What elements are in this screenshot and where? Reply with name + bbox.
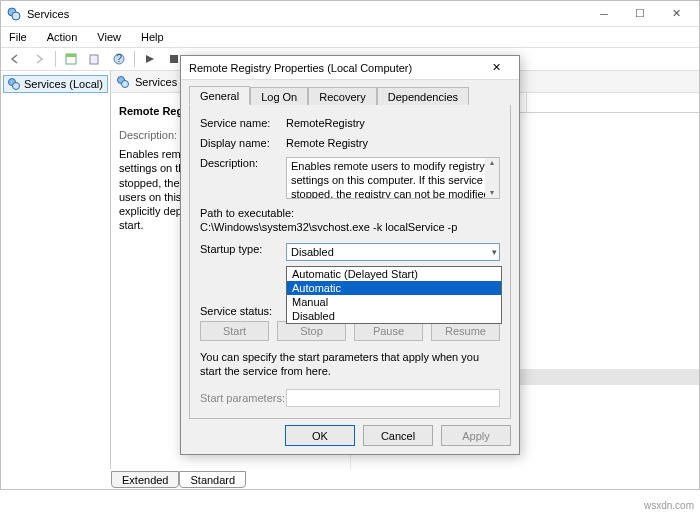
svg-rect-4 — [90, 55, 98, 64]
content-heading: Services — [135, 76, 177, 88]
label-service-status: Service status: — [200, 305, 286, 317]
ok-button[interactable]: OK — [285, 425, 355, 446]
minimize-button[interactable]: ─ — [587, 5, 621, 23]
start-params-input[interactable] — [286, 389, 500, 407]
label-display-name: Display name: — [200, 137, 286, 149]
close-button[interactable]: ✕ — [659, 5, 693, 23]
dialog-body: Service name: RemoteRegistry Display nam… — [189, 105, 511, 419]
scroll-up-icon[interactable]: ▴ — [490, 158, 494, 168]
cancel-button[interactable]: Cancel — [363, 425, 433, 446]
window-title: Services — [27, 8, 587, 20]
tab-recovery[interactable]: Recovery — [308, 87, 376, 106]
dropdown-option[interactable]: Automatic (Delayed Start) — [287, 267, 501, 281]
value-path: C:\Windows\system32\svchost.exe -k local… — [200, 221, 500, 233]
description-box: Enables remote users to modify registry … — [286, 157, 500, 199]
start-icon[interactable] — [139, 49, 161, 69]
tab-extended[interactable]: Extended — [111, 471, 179, 488]
tab-dependencies[interactable]: Dependencies — [377, 87, 469, 106]
tab-general[interactable]: General — [189, 86, 250, 105]
svg-rect-7 — [170, 55, 178, 63]
svg-point-13 — [122, 80, 129, 87]
dialog-close-button[interactable]: ✕ — [481, 61, 511, 74]
startup-type-value: Disabled — [291, 246, 334, 258]
label-description: Description: — [200, 157, 286, 169]
description-scrollbar[interactable]: ▴▾ — [485, 158, 499, 198]
tab-standard[interactable]: Standard — [179, 471, 246, 488]
tab-logon[interactable]: Log On — [250, 87, 308, 106]
start-params-hint: You can specify the start parameters tha… — [200, 351, 500, 379]
maximize-button[interactable]: ☐ — [623, 5, 657, 23]
dropdown-option[interactable]: Disabled — [287, 309, 501, 323]
menu-action[interactable]: Action — [43, 29, 82, 45]
dropdown-option[interactable]: Manual — [287, 295, 501, 309]
services-icon — [7, 7, 21, 21]
menu-view[interactable]: View — [93, 29, 125, 45]
svg-rect-3 — [66, 54, 76, 57]
apply-button[interactable]: Apply — [441, 425, 511, 446]
help-icon[interactable]: ? — [108, 49, 130, 69]
startup-type-select[interactable]: Disabled ▾ — [286, 243, 500, 261]
menubar: File Action View Help — [1, 27, 699, 47]
value-display-name: Remote Registry — [286, 137, 500, 149]
export-button[interactable] — [84, 49, 106, 69]
label-path: Path to executable: — [200, 207, 500, 219]
pause-button[interactable]: Pause — [354, 321, 423, 341]
chevron-down-icon: ▾ — [492, 247, 497, 257]
value-service-name: RemoteRegistry — [286, 117, 500, 129]
menu-help[interactable]: Help — [137, 29, 168, 45]
titlebar: Services ─ ☐ ✕ — [1, 1, 699, 27]
tree-item-label: Services (Local) — [24, 78, 103, 90]
start-button[interactable]: Start — [200, 321, 269, 341]
back-button[interactable] — [5, 49, 27, 69]
dialog-title: Remote Registry Properties (Local Comput… — [189, 62, 481, 74]
footer-tabs: Extended Standard — [111, 469, 246, 489]
tree-item-services-local[interactable]: Services (Local) — [3, 75, 108, 93]
watermark: wsxdn.com — [644, 500, 694, 511]
label-service-name: Service name: — [200, 117, 286, 129]
properties-dialog: Remote Registry Properties (Local Comput… — [180, 55, 520, 455]
tree-pane: Services (Local) — [1, 71, 111, 469]
svg-text:?: ? — [116, 53, 122, 64]
value-description: Enables remote users to modify registry … — [291, 160, 494, 199]
startup-type-dropdown[interactable]: Automatic (Delayed Start)AutomaticManual… — [286, 266, 502, 324]
services-icon — [117, 76, 129, 88]
svg-point-1 — [12, 12, 20, 20]
dropdown-option[interactable]: Automatic — [287, 281, 501, 295]
dialog-tabs: General Log On Recovery Dependencies — [181, 80, 519, 105]
resume-button[interactable]: Resume — [431, 321, 500, 341]
dialog-titlebar: Remote Registry Properties (Local Comput… — [181, 56, 519, 80]
services-icon — [8, 78, 20, 90]
stop-button[interactable]: Stop — [277, 321, 346, 341]
forward-button[interactable] — [29, 49, 51, 69]
label-startup-type: Startup type: — [200, 243, 286, 255]
menu-file[interactable]: File — [5, 29, 31, 45]
svg-point-11 — [13, 83, 20, 90]
scroll-down-icon[interactable]: ▾ — [490, 188, 494, 198]
label-start-params: Start parameters: — [200, 392, 286, 404]
properties-button[interactable] — [60, 49, 82, 69]
